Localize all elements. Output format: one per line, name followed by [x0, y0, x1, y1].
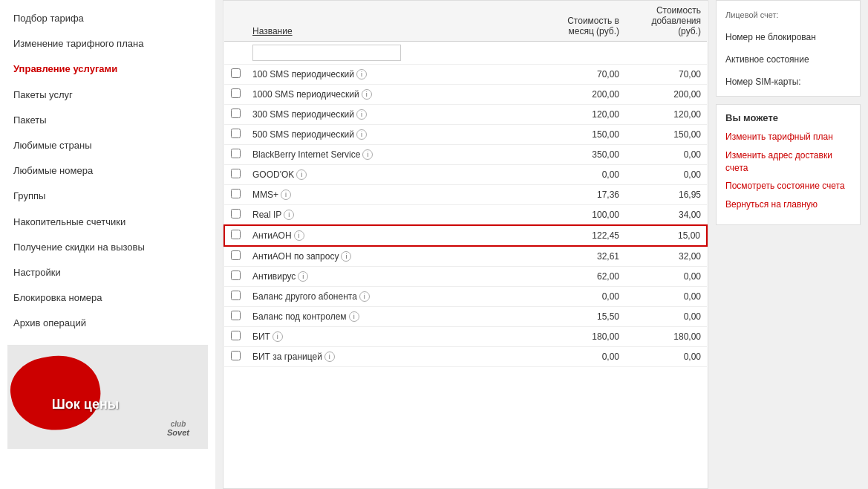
service-info-icon[interactable]: i — [281, 190, 291, 200]
service-checkbox[interactable] — [231, 169, 241, 178]
service-info-icon[interactable]: i — [341, 251, 351, 262]
service-info-icon[interactable]: i — [356, 109, 367, 120]
sidebar-ad-banner: Шок цены club Sovet — [7, 345, 208, 449]
account-info-item: Лицевой счет: — [725, 8, 851, 22]
service-checkbox[interactable] — [231, 129, 241, 138]
service-monthly-cost: 0,00 — [544, 287, 625, 307]
service-monthly-cost: 0,00 — [544, 165, 625, 185]
sidebar-item-change-tariff[interactable]: Изменение тарифного плана — [0, 31, 215, 56]
service-filter-input[interactable] — [252, 45, 401, 61]
table-row: Баланс другого абонентаi0,000,00 — [224, 287, 707, 307]
sidebar-item-service-packages[interactable]: Пакеты услуг — [0, 82, 215, 108]
service-info-icon[interactable]: i — [296, 169, 307, 180]
table-row: GOOD'OKi0,000,00 — [224, 165, 707, 185]
service-checkbox[interactable] — [231, 250, 241, 260]
service-addition-cost: 150,00 — [625, 125, 707, 145]
row-checkbox-cell — [224, 165, 247, 185]
service-info-icon[interactable]: i — [294, 230, 304, 241]
service-checkbox[interactable] — [231, 311, 241, 320]
service-checkbox[interactable] — [231, 351, 241, 360]
service-checkbox[interactable] — [231, 331, 241, 340]
service-info-icon[interactable]: i — [349, 311, 359, 322]
service-addition-cost: 70,00 — [625, 65, 707, 85]
sidebar-item-favorite-countries[interactable]: Любимые страны — [0, 133, 215, 158]
action-go-home[interactable]: Вернуться на главную — [725, 198, 851, 211]
service-info-icon[interactable]: i — [359, 291, 370, 302]
filter-checkbox-cell — [224, 42, 247, 65]
service-name-cell: АнтиАОН по запросуi — [247, 246, 544, 267]
table-row: 300 SMS периодическийi120,00120,00 — [224, 105, 707, 125]
account-info-box: Лицевой счет: Номер не блокирован Активн… — [716, 0, 861, 97]
service-name-text: АнтиАОН по запросу — [252, 251, 339, 262]
sidebar-item-groups[interactable]: Группы — [0, 184, 215, 209]
service-info-icon[interactable]: i — [273, 331, 283, 342]
service-name-cell: 300 SMS периодическийi — [247, 105, 544, 125]
action-change-tariff[interactable]: Изменить тарифный план — [725, 131, 851, 143]
service-checkbox[interactable] — [231, 189, 241, 198]
service-info-icon[interactable]: i — [356, 69, 367, 80]
service-name-cell: MMS+i — [247, 185, 544, 205]
sidebar-item-tariff-select[interactable]: Подбор тарифа — [0, 6, 215, 31]
th-name[interactable]: Название — [247, 1, 544, 42]
service-name-cell: 1000 SMS периодическийi — [247, 85, 544, 105]
name-sort-link[interactable]: Название — [252, 26, 293, 36]
sidebar-item-cumulative-counters[interactable]: Накопительные счетчики — [0, 210, 215, 235]
filter-addition-cell — [625, 42, 707, 65]
th-monthly-cost: Стоимость в месяц (руб.) — [544, 1, 625, 42]
service-checkbox[interactable] — [231, 109, 241, 118]
service-checkbox[interactable] — [231, 209, 241, 218]
service-checkbox[interactable] — [231, 230, 241, 239]
services-panel: Название Стоимость в месяц (руб.) Стоимо… — [223, 0, 708, 489]
service-name-text: BlackBerry Internet Service — [252, 149, 360, 160]
row-checkbox-cell — [224, 267, 247, 287]
service-name-cell: GOOD'OKi — [247, 165, 544, 185]
service-monthly-cost: 150,00 — [544, 125, 625, 145]
right-panel: Лицевой счет: Номер не блокирован Активн… — [716, 0, 861, 489]
action-change-address[interactable]: Изменить адрес доставки счета — [725, 149, 851, 175]
row-checkbox-cell — [224, 85, 247, 105]
sidebar-item-settings[interactable]: Настройки — [0, 260, 215, 285]
row-checkbox-cell — [224, 65, 247, 85]
service-info-icon[interactable]: i — [284, 210, 294, 220]
sim-number-item: Номер SIM-карты: — [725, 75, 851, 88]
row-checkbox-cell — [224, 205, 247, 226]
service-monthly-cost: 180,00 — [544, 327, 625, 347]
service-monthly-cost: 100,00 — [544, 205, 625, 226]
service-monthly-cost: 32,61 — [544, 246, 625, 267]
table-row: MMS+i17,3616,95 — [224, 185, 707, 205]
service-info-icon[interactable]: i — [362, 149, 373, 160]
service-info-icon[interactable]: i — [356, 129, 367, 140]
sidebar-item-manage-services[interactable]: Управление услугами — [0, 56, 215, 82]
service-monthly-cost: 122,45 — [544, 225, 625, 246]
service-name-text: Баланс другого абонента — [252, 291, 357, 302]
sidebar-item-favorite-numbers[interactable]: Любимые номера — [0, 158, 215, 184]
service-checkbox[interactable] — [231, 88, 241, 98]
sidebar-item-packages[interactable]: Пакеты — [0, 108, 215, 133]
service-name-text: АнтиАОН — [252, 230, 292, 241]
service-checkbox[interactable] — [231, 68, 241, 78]
service-addition-cost: 0,00 — [625, 287, 707, 307]
service-addition-cost: 0,00 — [625, 267, 707, 287]
table-row: БИТ за границейi0,000,00 — [224, 347, 707, 367]
service-checkbox[interactable] — [231, 291, 241, 300]
table-header-row: Название Стоимость в месяц (руб.) Стоимо… — [224, 1, 707, 42]
row-checkbox-cell — [224, 347, 247, 367]
row-checkbox-cell — [224, 287, 247, 307]
sidebar-item-archive[interactable]: Архив операций — [0, 311, 215, 336]
service-checkbox[interactable] — [231, 271, 241, 280]
service-name-cell: Баланс другого абонентаi — [247, 287, 544, 307]
service-name-cell: БИТi — [247, 327, 544, 347]
action-view-account-state[interactable]: Посмотреть состояние счета — [725, 180, 851, 192]
table-filter-row — [224, 42, 707, 65]
sidebar-item-call-discount[interactable]: Получение скидки на вызовы — [0, 235, 215, 260]
service-info-icon[interactable]: i — [298, 271, 308, 282]
sidebar-item-number-block[interactable]: Блокировка номера — [0, 285, 215, 311]
service-info-icon[interactable]: i — [362, 89, 372, 100]
ad-text: Шок цены — [52, 397, 119, 412]
row-checkbox-cell — [224, 246, 247, 267]
service-info-icon[interactable]: i — [324, 352, 335, 362]
filter-monthly-cell — [544, 42, 625, 65]
table-row: АнтиАОНi122,4515,00 — [224, 225, 707, 246]
row-checkbox-cell — [224, 125, 247, 145]
service-checkbox[interactable] — [231, 149, 241, 158]
